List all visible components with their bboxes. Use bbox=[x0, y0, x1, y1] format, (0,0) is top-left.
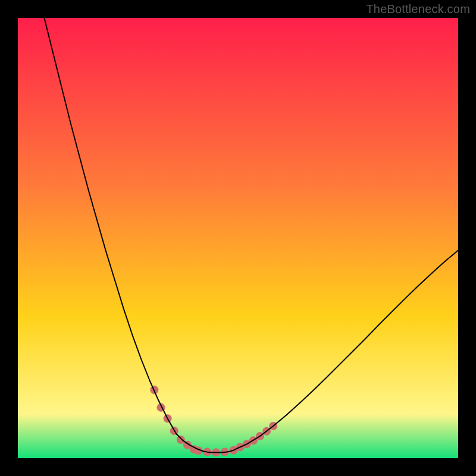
watermark-text: TheBottleneck.com bbox=[366, 2, 470, 16]
curve-marker bbox=[177, 436, 185, 444]
gradient-background bbox=[18, 18, 458, 458]
chart-svg bbox=[18, 18, 458, 458]
plot-area bbox=[18, 18, 458, 458]
stage: TheBottleneck.com bbox=[0, 0, 476, 476]
